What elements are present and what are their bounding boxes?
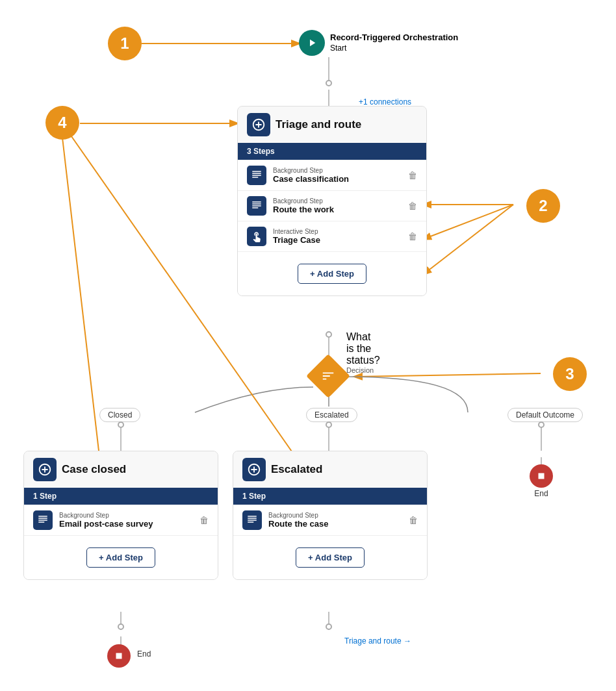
add-step-triage[interactable]: + Add Step (298, 264, 366, 284)
delete-step-route-case[interactable]: 🗑 (409, 515, 418, 525)
delete-step-2[interactable]: 🗑 (408, 201, 417, 211)
background-step-icon-2 (247, 196, 266, 216)
escalated-stage-icon (242, 458, 266, 481)
step-type-3: Interactive Step (273, 228, 402, 235)
svg-line-5 (424, 205, 513, 239)
delete-step-1[interactable]: 🗑 (408, 170, 417, 181)
delete-step-email[interactable]: 🗑 (199, 515, 209, 525)
route-escalated-label: Escalated (306, 408, 357, 422)
case-closed-stage-icon (33, 458, 57, 481)
decision-node: What is the status? Decision (313, 360, 344, 392)
svg-line-14 (62, 138, 101, 468)
decision-label: What is the status? Decision (346, 331, 380, 374)
connector-dot-triage-bottom (326, 331, 332, 338)
case-closed-steps-bar: 1 Step (24, 488, 218, 505)
decision-question: What is the status? (346, 331, 380, 366)
triage-link[interactable]: Triage and route → (344, 636, 411, 646)
background-step-icon-route (242, 510, 262, 530)
case-closed-header: Case closed (24, 451, 218, 488)
end-circle-default (530, 464, 553, 488)
step-type-2: Background Step (273, 197, 402, 205)
triage-stage-title: Triage and route (276, 118, 361, 131)
triage-stage-icon (247, 113, 270, 136)
end-node-closed: End (107, 644, 131, 668)
decision-diamond (306, 354, 350, 398)
step-name-1: Case classification (273, 174, 402, 184)
step-number-4: 4 (45, 106, 79, 140)
step-row-route-work: Background Step Route the work 🗑 (238, 190, 426, 221)
end-node-default: End (530, 464, 553, 498)
end-label-closed: End (137, 649, 151, 659)
step-type-1: Background Step (273, 167, 402, 174)
start-title: Record-Triggered Orchestration (330, 32, 458, 44)
start-node: Record-Triggered Orchestration Start (299, 30, 458, 56)
escalated-steps-bar: 1 Step (233, 488, 427, 505)
step-name-3: Triage Case (273, 235, 402, 245)
start-play-icon (299, 30, 325, 56)
case-closed-stage-box: Case closed 1 Step Background Step Email… (23, 451, 218, 580)
add-step-closed[interactable]: + Add Step (86, 547, 155, 568)
decision-type: Decision (346, 366, 380, 374)
route-default-label: Default Outcome (507, 408, 583, 422)
connector-dot-case-closed-bottom (118, 623, 124, 630)
connections-link[interactable]: +1 connections (359, 97, 411, 107)
background-step-icon-1 (247, 166, 266, 185)
step-number-1: 1 (108, 27, 142, 60)
escalated-title: Escalated (271, 463, 322, 476)
end-circle-closed (107, 644, 131, 668)
triage-stage-header: Triage and route (238, 107, 426, 143)
interactive-step-icon-3 (247, 227, 266, 246)
step-row-case-classification: Background Step Case classification 🗑 (238, 160, 426, 190)
add-step-escalated[interactable]: + Add Step (296, 547, 365, 568)
route-closed-label: Closed (99, 408, 140, 422)
start-subtitle: Start (330, 44, 458, 54)
delete-step-3[interactable]: 🗑 (408, 231, 417, 242)
step-row-route-case: Background Step Route the case 🗑 (233, 505, 427, 535)
triage-stage-box: Triage and route 3 Steps Background Step… (237, 106, 427, 296)
connector-dot-escalated (326, 421, 332, 428)
step-row-triage-case: Interactive Step Triage Case 🗑 (238, 221, 426, 251)
background-step-icon-email (33, 510, 53, 530)
step-type-email: Background Step (59, 512, 193, 519)
step-row-email-survey: Background Step Email post-case survey 🗑 (24, 505, 218, 535)
step-name-route-case: Route the case (268, 519, 402, 529)
svg-line-6 (424, 205, 513, 274)
end-label-default: End (534, 489, 548, 498)
escalated-stage-box: Escalated 1 Step Background Step Route t… (233, 451, 428, 580)
step-name-email: Email post-case survey (59, 519, 193, 529)
connector-dot-default (538, 421, 545, 428)
step-number-2: 2 (526, 189, 560, 223)
case-closed-title: Case closed (62, 463, 126, 476)
step-name-2: Route the work (273, 205, 402, 214)
triage-steps-bar: 3 Steps (238, 143, 426, 160)
connector-dot-escalated-bottom (326, 623, 332, 630)
step-number-3: 3 (553, 357, 587, 391)
svg-line-8 (355, 373, 541, 377)
connector-dot-closed (118, 421, 124, 428)
escalated-header: Escalated (233, 451, 427, 488)
connector-dot-start (326, 80, 332, 86)
step-type-route-case: Background Step (268, 512, 402, 519)
